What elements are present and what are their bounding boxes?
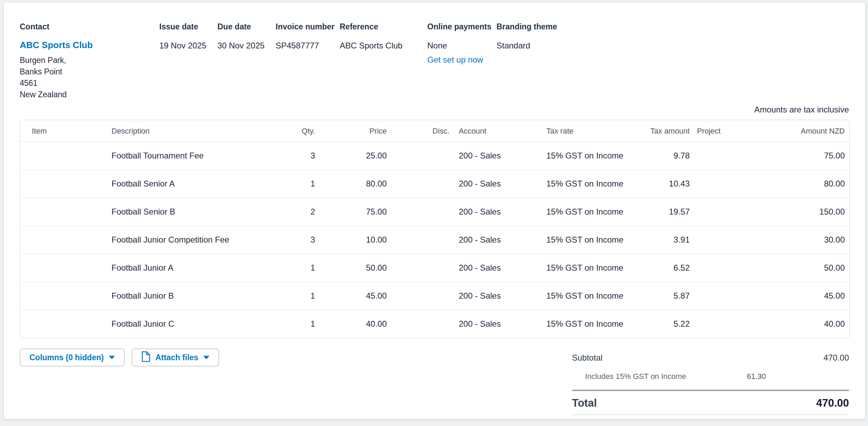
cell-description: Football Junior A xyxy=(111,254,285,282)
branding-theme-value: Standard xyxy=(496,40,573,51)
table-row: Football Junior Competition Fee 3 10.00 … xyxy=(20,226,850,254)
total-label: Total xyxy=(572,397,597,409)
table-row: Football Senior A 1 80.00 200 - Sales 15… xyxy=(20,170,850,198)
col-header-tax-amount: Tax amount xyxy=(634,120,690,142)
subtotal-value: 470.00 xyxy=(824,353,849,363)
cell-disc xyxy=(387,226,449,254)
contact-block: Contact ABC Sports Club Burgen Park, Ban… xyxy=(20,22,159,100)
online-payments-field: Online payments None Get set up now xyxy=(427,22,496,65)
cell-description: Football Junior Competition Fee xyxy=(111,226,285,254)
subtotal-label: Subtotal xyxy=(572,353,602,363)
cell-project xyxy=(690,310,742,338)
cell-tax-rate: 15% GST on Income xyxy=(537,310,634,338)
invoice-number-value: SP4587777 xyxy=(276,40,340,51)
cell-disc xyxy=(387,142,449,170)
cell-description: Football Junior B xyxy=(111,282,285,310)
cell-amount: 150.00 xyxy=(742,198,850,226)
cell-price: 45.00 xyxy=(315,282,387,310)
cell-tax-amount: 5.22 xyxy=(634,310,690,338)
cell-account: 200 - Sales xyxy=(449,170,537,198)
table-footer: Columns (0 hidden) Attach files Subtotal… xyxy=(20,348,849,415)
contact-name-link[interactable]: ABC Sports Club xyxy=(20,40,93,51)
cell-amount: 80.00 xyxy=(742,170,850,198)
col-header-project: Project xyxy=(690,120,742,142)
cell-description: Football Senior A xyxy=(111,170,285,198)
reference-field: Reference ABC Sports Club xyxy=(340,22,427,51)
cell-tax-rate: 15% GST on Income xyxy=(537,142,634,170)
table-row: Football Senior B 2 75.00 200 - Sales 15… xyxy=(20,198,850,226)
cell-item xyxy=(20,198,111,226)
cell-project xyxy=(690,198,742,226)
invoice-number-label: Invoice number xyxy=(276,22,340,31)
cell-disc xyxy=(387,198,449,226)
col-header-description: Description xyxy=(111,120,285,142)
cell-item xyxy=(20,310,111,338)
cell-account: 200 - Sales xyxy=(449,282,537,310)
cell-description: Football Senior B xyxy=(111,198,285,226)
columns-button[interactable]: Columns (0 hidden) xyxy=(20,348,125,366)
cell-disc xyxy=(387,170,449,198)
cell-account: 200 - Sales xyxy=(449,198,537,226)
cell-project xyxy=(690,170,742,198)
cell-account: 200 - Sales xyxy=(449,226,537,254)
table-row: Football Tournament Fee 3 25.00 200 - Sa… xyxy=(20,142,850,170)
cell-price: 75.00 xyxy=(315,198,387,226)
total-value: 470.00 xyxy=(816,397,849,409)
cell-qty: 1 xyxy=(285,254,315,282)
address-line: Banks Point xyxy=(20,66,159,78)
table-row: Football Junior A 1 50.00 200 - Sales 15… xyxy=(20,254,850,282)
cell-item xyxy=(20,170,111,198)
file-icon xyxy=(141,351,151,364)
columns-button-label: Columns (0 hidden) xyxy=(29,353,104,362)
due-date-value: 30 Nov 2025 xyxy=(217,40,276,51)
cell-project xyxy=(690,282,742,310)
address-line: Burgen Park, xyxy=(20,55,159,66)
cell-tax-amount: 19.57 xyxy=(634,198,690,226)
invoice-number-field: Invoice number SP4587777 xyxy=(276,22,340,51)
cell-price: 10.00 xyxy=(315,226,387,254)
cell-tax-rate: 15% GST on Income xyxy=(537,282,634,310)
cell-description: Football Junior C xyxy=(111,310,285,338)
issue-date-label: Issue date xyxy=(159,22,217,31)
branding-theme-field: Branding theme Standard xyxy=(496,22,573,51)
get-set-up-link[interactable]: Get set up now xyxy=(427,55,483,65)
col-header-disc: Disc. xyxy=(387,120,449,142)
online-payments-value: None xyxy=(427,40,496,51)
cell-account: 200 - Sales xyxy=(449,254,537,282)
tax-inclusive-note: Amounts are tax inclusive xyxy=(20,105,849,115)
cell-tax-rate: 15% GST on Income xyxy=(537,198,634,226)
cell-amount: 50.00 xyxy=(742,254,850,282)
cell-tax-rate: 15% GST on Income xyxy=(537,254,634,282)
cell-tax-rate: 15% GST on Income xyxy=(537,170,634,198)
cell-account: 200 - Sales xyxy=(449,310,537,338)
issue-date-field: Issue date 19 Nov 2025 xyxy=(159,22,217,51)
cell-tax-amount: 10.43 xyxy=(634,170,690,198)
cell-tax-amount: 5.87 xyxy=(634,282,690,310)
tax-breakdown-row: Includes 15% GST on Income 61.30 xyxy=(572,372,849,381)
table-row: Football Junior B 1 45.00 200 - Sales 15… xyxy=(20,282,850,310)
branding-theme-label: Branding theme xyxy=(496,22,573,31)
online-payments-label: Online payments xyxy=(427,22,496,31)
reference-value: ABC Sports Club xyxy=(340,40,427,51)
issue-date-value: 19 Nov 2025 xyxy=(159,40,217,51)
attach-files-button[interactable]: Attach files xyxy=(132,348,219,366)
cell-tax-amount: 9.78 xyxy=(634,142,690,170)
cell-amount: 75.00 xyxy=(742,142,850,170)
cell-price: 50.00 xyxy=(315,254,387,282)
cell-item xyxy=(20,226,111,254)
col-header-tax-rate: Tax rate xyxy=(537,120,634,142)
tax-breakdown-label: Includes 15% GST on Income xyxy=(585,372,686,381)
invoice-header: Contact ABC Sports Club Burgen Park, Ban… xyxy=(20,22,849,100)
cell-price: 40.00 xyxy=(315,310,387,338)
table-header-row: Item Description Qty. Price Disc. Accoun… xyxy=(20,120,850,142)
cell-project xyxy=(690,254,742,282)
totals-panel: Subtotal 470.00 Includes 15% GST on Inco… xyxy=(572,348,849,415)
address-line: 4561 xyxy=(20,78,159,89)
cell-price: 25.00 xyxy=(315,142,387,170)
cell-amount: 40.00 xyxy=(742,310,850,338)
address-line: New Zealand xyxy=(20,89,159,100)
cell-project xyxy=(690,226,742,254)
attach-files-button-label: Attach files xyxy=(155,353,198,362)
contact-address: Burgen Park, Banks Point 4561 New Zealan… xyxy=(20,55,159,100)
cell-item xyxy=(20,254,111,282)
